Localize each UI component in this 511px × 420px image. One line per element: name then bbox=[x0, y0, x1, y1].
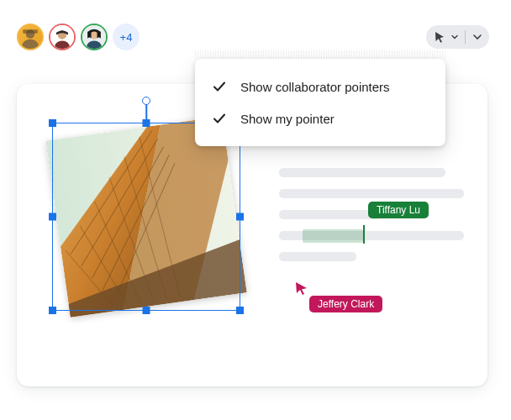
menu-item-show-collaborator-pointers[interactable]: Show collaborator pointers bbox=[195, 71, 445, 102]
avatar-overflow-label: +4 bbox=[120, 31, 133, 44]
selection-frame bbox=[52, 123, 240, 311]
avatar[interactable] bbox=[81, 24, 108, 50]
cursor-tool-button[interactable] bbox=[426, 25, 489, 49]
divider bbox=[465, 30, 466, 44]
avatar[interactable] bbox=[49, 24, 76, 50]
resize-handle-e[interactable] bbox=[236, 213, 244, 221]
resize-handle-nw[interactable] bbox=[49, 119, 56, 127]
avatar-overflow[interactable]: +4 bbox=[113, 24, 140, 50]
check-icon bbox=[212, 79, 227, 94]
collaborator-tag: Jeffery Clark bbox=[309, 296, 382, 312]
resize-handle-w[interactable] bbox=[49, 213, 56, 221]
rotation-handle[interactable] bbox=[142, 97, 150, 105]
text-placeholder-block bbox=[279, 168, 464, 273]
svg-rect-2 bbox=[23, 29, 38, 33]
chevron-down-icon bbox=[451, 34, 458, 40]
selected-image[interactable] bbox=[52, 123, 240, 311]
menu-item-show-my-pointer[interactable]: Show my pointer bbox=[195, 102, 445, 134]
resize-handle-s[interactable] bbox=[143, 307, 150, 314]
collaborator-text-selection bbox=[303, 229, 363, 243]
text-line bbox=[279, 252, 356, 261]
resize-handle-n[interactable] bbox=[143, 119, 150, 127]
collaborator-name: Tiffany Lu bbox=[377, 204, 420, 216]
pointer-options-menu: Show collaborator pointers Show my point… bbox=[195, 59, 445, 146]
svg-point-1 bbox=[22, 39, 38, 49]
collaborator-avatars: +4 bbox=[17, 24, 140, 50]
resize-handle-se[interactable] bbox=[236, 307, 244, 314]
collaborator-text-cursor bbox=[363, 225, 365, 244]
menu-item-label: Show my pointer bbox=[240, 112, 335, 126]
chevron-down-icon[interactable] bbox=[472, 32, 482, 42]
check-icon bbox=[212, 111, 227, 126]
collaborator-tag: Tiffany Lu bbox=[368, 202, 429, 218]
resize-handle-sw[interactable] bbox=[49, 307, 56, 314]
collaborator-pointer bbox=[294, 281, 309, 296]
text-line bbox=[279, 168, 445, 177]
text-line bbox=[279, 189, 464, 198]
collaborator-name: Jeffery Clark bbox=[318, 298, 374, 310]
text-line bbox=[279, 210, 381, 219]
cursor-icon bbox=[433, 30, 446, 44]
avatar[interactable] bbox=[17, 24, 44, 50]
menu-item-label: Show collaborator pointers bbox=[240, 80, 390, 94]
